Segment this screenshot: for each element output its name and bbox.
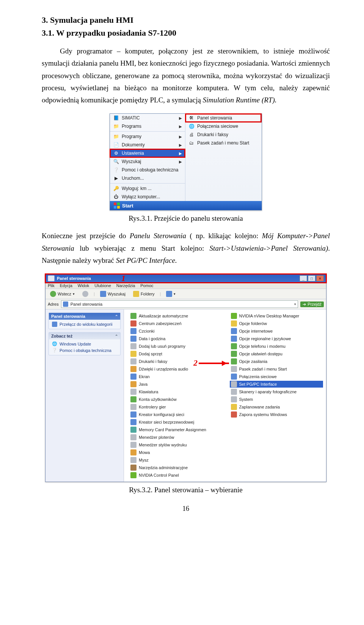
control-panel-item[interactable]: Centrum zabezpieczeń <box>129 320 223 327</box>
views-button[interactable]: ▾ <box>164 290 178 298</box>
address-input[interactable]: Panel sterowania ▾ <box>61 300 298 308</box>
cp-item-icon <box>130 427 136 433</box>
control-panel-item[interactable]: Ekran <box>129 373 223 380</box>
cp-item-label: Kreator sieci bezprzewodowej <box>139 420 194 424</box>
menu-item-label: Ustawienia <box>122 151 144 156</box>
cp-item-icon <box>231 404 237 410</box>
submenu-item[interactable]: 🖨Drukarki i faksy <box>185 130 261 139</box>
switch-category-view-link[interactable]: Przełącz do widoku kategorii <box>52 322 117 327</box>
minimize-button[interactable]: _ <box>300 275 307 281</box>
control-panel-item[interactable]: Kontrolery gier <box>129 404 223 410</box>
submenu-item[interactable]: 🗂Pasek zadań i menu Start <box>185 139 261 147</box>
control-panel-item[interactable]: Czcionki <box>129 328 223 334</box>
control-panel-item[interactable]: Dodaj sprzęt <box>129 350 223 357</box>
control-panel-item[interactable]: Memory Card Parameter Assignmen <box>129 426 223 433</box>
menu-item[interactable]: ❔Pomoc i obsługa techniczna <box>110 166 185 174</box>
control-panel-item[interactable]: Opcje internetowe <box>230 328 323 334</box>
control-panel-item[interactable]: Aktualizacje automatyczne <box>129 312 223 319</box>
control-panel-item[interactable]: Mysz <box>129 457 223 463</box>
sidebar-link-label: Pomoc i obsługa techniczna <box>60 348 111 353</box>
search-icon <box>100 291 106 297</box>
p2a: Konieczne jest przejście do <box>42 232 130 240</box>
control-panel-item[interactable]: Połączenia sieciowe <box>230 373 323 380</box>
control-panel-item[interactable]: Kreator konfiguracji sieci <box>129 411 223 418</box>
menu[interactable]: Ulubione <box>94 283 111 288</box>
chevron-up-icon[interactable]: ⌃ <box>115 334 118 338</box>
control-panel-item[interactable]: Set PG/PC Interface <box>230 381 323 388</box>
go-button[interactable]: ➔ Przejdź <box>300 302 324 307</box>
control-panel-item[interactable]: Opcje zasilania <box>230 358 323 365</box>
control-panel-item[interactable]: Opcje folderów <box>230 320 323 327</box>
sidebar-link[interactable]: ❔Pomoc i obsługa techniczna <box>52 348 117 353</box>
menu-item[interactable]: ▶Uruchom... <box>110 174 185 182</box>
control-panel-item[interactable]: Narzędzia administracyjne <box>129 464 223 471</box>
control-panel-item[interactable]: Java <box>129 381 223 388</box>
menu-item[interactable]: 📁Programs▶ <box>110 122 185 130</box>
menu-item[interactable]: 🔍Wyszukaj▶ <box>110 157 185 166</box>
control-panel-item[interactable]: Opcje telefonu i modemu <box>230 343 323 350</box>
menu[interactable]: Narzędzia <box>116 283 135 288</box>
search-button[interactable]: Wyszukaj <box>98 290 128 298</box>
control-panel-item[interactable]: Dźwięki i urządzenia audio <box>129 366 223 372</box>
control-panel-item[interactable]: Menedżer stylów wydruku <box>129 441 223 448</box>
maximize-button[interactable]: □ <box>308 275 315 281</box>
menu-item[interactable]: 🔑Wyloguj: km ... <box>110 184 185 193</box>
menu-item-label: Pomoc i obsługa techniczna <box>122 167 178 173</box>
views-icon <box>166 291 172 297</box>
menu-item[interactable]: 📁Programy▶ <box>110 132 185 141</box>
control-panel-item[interactable]: Menedżer ploterów <box>129 434 223 441</box>
forward-button[interactable] <box>80 290 91 298</box>
cp-item-label: Dźwięki i urządzenia audio <box>139 367 188 371</box>
submenu-arrow-icon: ▶ <box>179 151 182 155</box>
section-heading: 3. Symulacja panelu HMI <box>42 15 330 25</box>
control-panel-item[interactable]: NVIDIA nView Desktop Manager <box>230 312 323 319</box>
folders-button[interactable]: Foldery <box>131 290 157 298</box>
back-icon <box>50 291 56 297</box>
menu[interactable]: Plik <box>48 283 55 288</box>
control-panel-item[interactable]: Data i godzina <box>129 335 223 342</box>
menu-item[interactable]: ⚙Ustawienia▶ <box>110 149 185 157</box>
control-panel-item[interactable]: System <box>230 396 323 403</box>
menu-item[interactable]: 📄Dokumenty▶ <box>110 141 185 149</box>
sidebar-link-icon: 🌐 <box>52 341 57 347</box>
control-panel-item[interactable]: Opcje regionalne i językowe <box>230 335 323 342</box>
sidebar-panel-title: Panel sterowania <box>51 314 85 319</box>
cp-item-icon <box>130 374 136 380</box>
menu[interactable]: Pomoc <box>140 283 153 288</box>
control-panel-item[interactable]: Pasek zadań i menu Start <box>230 366 323 372</box>
control-panel-item[interactable]: Zaplanowane zadania <box>230 404 323 410</box>
cp-item-label: Zaplanowane zadania <box>239 405 280 409</box>
submenu-item[interactable]: 🌐Połączenia sieciowe <box>185 122 261 130</box>
control-panel-item[interactable]: Zapora systemu Windows <box>230 411 323 418</box>
control-panel-item[interactable]: NVIDIA Control Panel <box>129 472 223 479</box>
menu[interactable]: Widok <box>78 283 89 288</box>
cp-item-label: Ekran <box>139 374 150 379</box>
control-panel-item[interactable]: Dodaj lub usuń programy <box>129 343 223 350</box>
menu[interactable]: Edycja <box>60 283 72 288</box>
cp-item-icon <box>231 336 237 342</box>
menu-item-label: Wyszukaj <box>122 159 141 164</box>
close-button[interactable]: × <box>316 275 324 281</box>
control-panel-item[interactable]: Klawiatura <box>129 388 223 395</box>
red-arrow-icon <box>199 363 229 364</box>
menu-item[interactable]: 📘SIMATIC▶ <box>110 114 185 122</box>
submenu-item[interactable]: 🛠Panel sterowania <box>185 114 261 122</box>
cp-item-label: Mowa <box>139 450 150 455</box>
chevron-up-icon[interactable]: ⌃ <box>115 314 118 319</box>
cp-item-label: Opcje telefonu i modemu <box>239 344 286 349</box>
menu-item[interactable]: ⏻Wyłącz komputer... <box>110 193 185 201</box>
menu-item-label: Uruchom... <box>122 176 144 181</box>
control-panel-item[interactable]: Skanery i aparaty fotograficzne <box>230 388 323 395</box>
control-panel-item[interactable]: Konta użytkowników <box>129 396 223 403</box>
search-label: Wyszukaj <box>108 292 126 296</box>
control-panel-item[interactable]: Kreator sieci bezprzewodowej <box>129 419 223 426</box>
submenu-arrow-icon: ▶ <box>179 116 182 120</box>
control-panel-item[interactable]: Opcje ułatwień dostępu <box>230 350 323 357</box>
back-button[interactable]: Wstecz▾ <box>48 290 77 298</box>
folders-icon <box>133 291 139 297</box>
sidebar-link[interactable]: 🌐Windows Update <box>52 341 117 347</box>
start-button[interactable]: Start <box>110 201 262 210</box>
window-titlebar[interactable]: Panel sterowania 1 _ □ × <box>46 274 326 283</box>
start-label: Start <box>122 203 133 209</box>
control-panel-item[interactable]: Mowa <box>129 449 223 456</box>
